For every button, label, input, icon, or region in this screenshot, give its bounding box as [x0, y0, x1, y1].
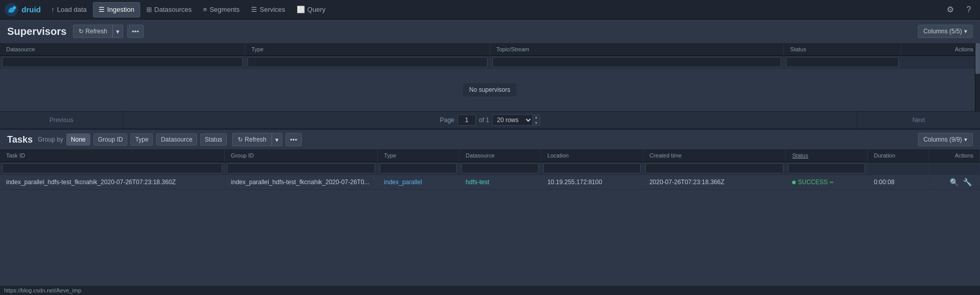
- tasks-refresh-button[interactable]: ↻ Refresh: [232, 133, 272, 146]
- supervisors-more-button[interactable]: •••: [127, 25, 144, 38]
- tasks-title: Tasks: [7, 134, 33, 145]
- rows-up-icon[interactable]: ▲: [533, 114, 540, 120]
- supervisors-header: Supervisors ↻ Refresh ▾ ••• Columns (5/5…: [0, 19, 980, 43]
- datasource-link[interactable]: hdfs-test: [466, 179, 489, 186]
- tasks-col-location: Location: [541, 149, 643, 162]
- tasks-table-wrapper[interactable]: Task ID Group ID Type Datasource Locatio…: [0, 149, 980, 295]
- supervisors-filter-row: [0, 56, 980, 69]
- supervisors-topic-filter[interactable]: [492, 57, 782, 67]
- supervisors-scrollbar-thumb[interactable]: [975, 43, 980, 74]
- status-edit-icon[interactable]: ✏: [830, 180, 834, 185]
- tasks-createdtime-filter[interactable]: [645, 163, 783, 173]
- nav-ingestion[interactable]: ☰ Ingestion: [93, 2, 140, 17]
- tasks-table: Task ID Group ID Type Datasource Locatio…: [0, 149, 980, 190]
- actions-cell: 🔍 🔧: [929, 175, 979, 190]
- tasks-taskid-filter[interactable]: [2, 163, 222, 173]
- location-cell: 10.19.255.172:8100: [541, 175, 643, 190]
- supervisors-empty-row: No supervisors: [0, 69, 980, 111]
- group-type-button[interactable]: Type: [130, 133, 153, 146]
- supervisors-page-center: Page of 1 20 rows 50 rows 100 rows ▲ ▼: [123, 114, 857, 126]
- supervisors-rows-select[interactable]: 20 rows 50 rows 100 rows: [493, 114, 532, 126]
- supervisors-pagination: Previous Page of 1 20 rows 50 rows 100 r…: [0, 111, 980, 129]
- tasks-columns-button[interactable]: Columns (9/9) ▾: [918, 133, 973, 146]
- tasks-filter-row: [0, 162, 980, 175]
- duration-cell: 0:00:08: [868, 175, 929, 190]
- tasks-datasource-filter[interactable]: [462, 163, 539, 173]
- nav-query-label: Query: [308, 6, 325, 13]
- supervisors-table-wrapper: Datasource Type Topic/Stream Status Acti…: [0, 43, 980, 111]
- main-content: Supervisors ↻ Refresh ▾ ••• Columns (5/5…: [0, 19, 980, 295]
- tasks-columns-dropdown-icon: ▾: [964, 136, 967, 143]
- supervisors-scrollbar[interactable]: [975, 43, 980, 111]
- supervisors-col-topic: Topic/Stream: [490, 43, 784, 56]
- settings-icon[interactable]: ⚙: [943, 3, 957, 17]
- nav-services-label: Services: [260, 6, 285, 13]
- svg-point-1: [13, 6, 16, 9]
- tooltip-url: https://blog.csdn.net/Aeve_imp: [4, 287, 81, 293]
- supervisors-table: Datasource Type Topic/Stream Status Acti…: [0, 43, 980, 111]
- nav-services[interactable]: ☰ Services: [246, 2, 291, 17]
- columns-dropdown-icon: ▾: [964, 28, 967, 35]
- nav-load-data[interactable]: ↑ Load data: [46, 2, 92, 17]
- supervisors-title: Supervisors: [7, 26, 67, 37]
- task-id-cell: index_parallel_hdfs-test_fkcnahik_2020-0…: [0, 175, 224, 190]
- tasks-refresh-icon: ↻: [238, 136, 243, 143]
- nav-right: ⚙ ?: [943, 3, 976, 17]
- supervisors-header-right: Columns (5/5) ▾: [918, 25, 973, 38]
- tasks-col-status: Status: [786, 149, 868, 162]
- tasks-col-task-id: Task ID: [0, 149, 224, 162]
- page-label: Page: [440, 116, 454, 124]
- type-link[interactable]: index_parallel: [384, 179, 422, 186]
- nav-segments[interactable]: ≡ Segments: [198, 2, 245, 17]
- supervisors-page-input[interactable]: [457, 114, 476, 126]
- supervisors-status-filter[interactable]: [786, 57, 899, 67]
- refresh-icon: ↻: [79, 28, 84, 35]
- type-cell: index_parallel: [378, 175, 459, 190]
- rows-select-wrapper: 20 rows 50 rows 100 rows ▲ ▼: [492, 114, 540, 126]
- status-badge: SUCCESS ✏: [792, 179, 861, 186]
- help-icon[interactable]: ?: [962, 3, 976, 17]
- supervisors-next-button[interactable]: Next: [857, 111, 980, 129]
- group-none-button[interactable]: None: [66, 133, 90, 146]
- druid-logo-icon: [4, 3, 18, 17]
- supervisors-refresh-dropdown[interactable]: ▾: [112, 25, 123, 38]
- status-cell: SUCCESS ✏: [786, 175, 868, 190]
- tasks-groupid-filter[interactable]: [227, 163, 375, 173]
- group-by-label: Group by: [38, 136, 63, 143]
- group-datasource-button[interactable]: Datasource: [156, 133, 197, 146]
- tasks-col-type: Type: [378, 149, 459, 162]
- tasks-refresh-dropdown[interactable]: ▾: [272, 133, 282, 146]
- supervisors-columns-button[interactable]: Columns (5/5) ▾: [918, 25, 973, 38]
- tasks-header: Tasks Group by None Group ID Type Dataso…: [0, 130, 980, 149]
- supervisors-datasource-filter[interactable]: [2, 57, 243, 67]
- tasks-col-group-id: Group ID: [224, 149, 377, 162]
- datasources-icon: ⊞: [146, 6, 152, 13]
- rows-spinner: ▲ ▼: [532, 114, 540, 126]
- supervisors-prev-button[interactable]: Previous: [0, 111, 123, 129]
- tasks-more-button[interactable]: •••: [285, 133, 302, 146]
- supervisors-col-status: Status: [784, 43, 901, 56]
- supervisors-type-filter[interactable]: [247, 57, 488, 67]
- nav-load-data-label: Load data: [57, 6, 87, 13]
- nav-datasources-label: Datasources: [155, 6, 192, 13]
- tasks-location-filter[interactable]: [543, 163, 641, 173]
- top-nav: druid ↑ Load data ☰ Ingestion ⊞ Datasour…: [0, 0, 980, 19]
- tasks-col-actions: Actions: [929, 149, 979, 162]
- rows-down-icon[interactable]: ▼: [533, 120, 540, 126]
- task-search-button[interactable]: 🔍: [948, 178, 960, 186]
- group-status-button[interactable]: Status: [200, 133, 227, 146]
- group-id-button[interactable]: Group ID: [93, 133, 128, 146]
- tasks-type-filter[interactable]: [380, 163, 457, 173]
- tasks-status-filter[interactable]: [788, 163, 865, 173]
- tasks-col-duration: Duration: [868, 149, 929, 162]
- supervisors-refresh-button[interactable]: ↻ Refresh: [73, 25, 112, 38]
- nav-query[interactable]: ⬜ Query: [292, 2, 331, 17]
- logo: druid: [4, 3, 41, 17]
- logo-text: druid: [22, 5, 41, 14]
- task-more-button[interactable]: 🔧: [962, 178, 973, 186]
- status-dot: [792, 181, 796, 184]
- of-label: of 1: [479, 116, 489, 124]
- tooltip-bar: https://blog.csdn.net/Aeve_imp: [0, 286, 980, 295]
- created-time-cell: 2020-07-26T07:23:18.366Z: [643, 175, 785, 190]
- nav-datasources[interactable]: ⊞ Datasources: [141, 2, 197, 17]
